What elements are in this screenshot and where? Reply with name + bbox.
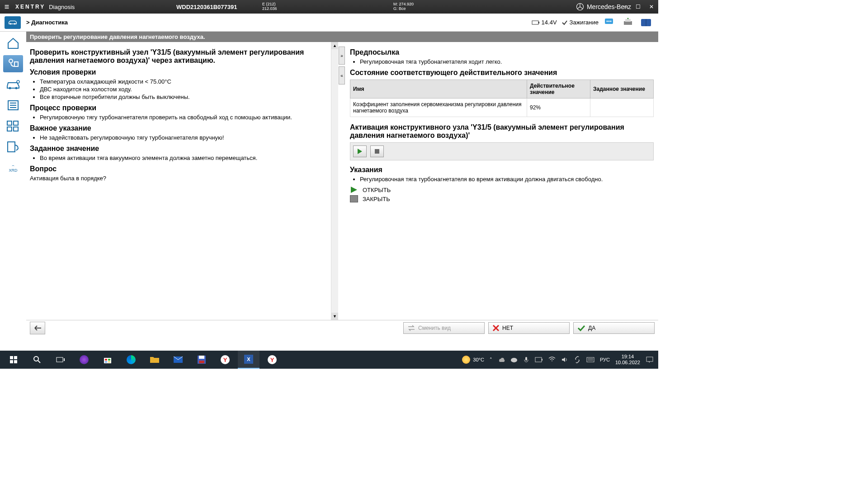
brand-xentry: XENTRY	[15, 4, 45, 10]
nav-diagnosis[interactable]	[3, 55, 23, 72]
svg-rect-39	[108, 361, 110, 362]
vin-label: WDD2120361B077391	[176, 4, 237, 10]
nav-vehicle-test[interactable]	[3, 76, 23, 93]
play-button[interactable]	[353, 145, 367, 157]
svg-point-2	[14, 23, 16, 24]
legend-close: ЗАКРЫТЬ	[350, 195, 654, 202]
minimize-button[interactable]: —	[618, 2, 631, 11]
check-green-icon	[577, 324, 585, 332]
grid-icon	[6, 120, 20, 132]
onedrive-icon[interactable]	[498, 356, 505, 363]
book-icon	[640, 18, 652, 27]
svg-point-1	[10, 23, 12, 24]
battery-voltage: 14.4V	[532, 19, 557, 26]
svg-point-31	[34, 357, 38, 361]
mic-icon[interactable]	[523, 356, 529, 363]
titlebar: ≡ XENTRY Diagnosis WDD2120361B077391 E (…	[0, 0, 658, 14]
tb-mail[interactable]	[167, 351, 189, 369]
svg-rect-37	[108, 359, 110, 361]
maximize-button[interactable]: ☐	[631, 2, 645, 11]
svg-point-15	[15, 87, 18, 89]
taskview-button[interactable]	[50, 351, 71, 369]
yes-button[interactable]: ДА	[573, 322, 655, 334]
svg-rect-26	[375, 149, 379, 154]
tray-chevron-icon[interactable]: ˄	[490, 357, 492, 363]
svg-rect-43	[199, 361, 204, 363]
th-name: Имя	[350, 80, 527, 99]
link-icon[interactable]	[574, 356, 581, 363]
tb-yandex-2[interactable]: Y	[261, 351, 283, 369]
volume-icon[interactable]	[561, 357, 568, 363]
left-scrollbar[interactable]: ▲ ▼	[331, 42, 338, 320]
stop-grey-icon	[350, 195, 358, 202]
heading-state: Состояние соответствующего действительно…	[350, 69, 654, 77]
store-icon	[103, 355, 112, 364]
cloud-icon[interactable]	[510, 356, 518, 363]
svg-rect-48	[587, 357, 594, 362]
breadcrumb-bar: > Диагностика 14.4V Зажигание	[0, 14, 658, 32]
switch-view-button[interactable]: Сменить вид	[403, 322, 485, 334]
weather-widget[interactable]: 30°C	[462, 356, 484, 364]
tb-yandex-1[interactable]: Y	[214, 351, 236, 369]
folder-icon	[150, 356, 160, 364]
svg-rect-46	[535, 357, 542, 362]
hamburger-menu[interactable]: ≡	[0, 2, 14, 12]
y-icon-2: Y	[268, 355, 277, 364]
nav-list[interactable]	[3, 97, 23, 114]
chat-button[interactable]	[603, 17, 617, 28]
expand-right-button[interactable]: »	[339, 47, 345, 65]
print-button[interactable]	[621, 17, 635, 28]
back-button[interactable]	[30, 322, 45, 334]
tb-app-1[interactable]	[73, 351, 95, 369]
keyboard-icon[interactable]	[586, 357, 594, 362]
expand-left-button[interactable]: «	[339, 66, 345, 84]
process-list: Регулировочную тягу турбонагнетателя про…	[30, 114, 327, 121]
battery-tray-icon[interactable]	[535, 357, 543, 363]
save-icon	[197, 355, 206, 364]
svg-rect-23	[7, 127, 12, 131]
tb-app-store[interactable]	[97, 351, 118, 369]
notifications-icon[interactable]	[646, 356, 654, 363]
svg-rect-3	[532, 21, 538, 24]
nav-grid[interactable]	[3, 117, 23, 135]
svg-point-16	[17, 80, 19, 83]
tb-edge[interactable]	[120, 351, 142, 369]
breadcrumb-text: > Диагностика	[26, 19, 68, 26]
tb-xentry[interactable]: X	[238, 351, 259, 369]
close-button[interactable]: ✕	[645, 2, 658, 11]
nav-home[interactable]	[3, 34, 23, 52]
no-button[interactable]: НЕТ	[488, 322, 570, 334]
car-icon	[8, 19, 18, 26]
scroll-up-icon[interactable]: ▲	[331, 42, 338, 49]
tb-app-5[interactable]	[191, 351, 212, 369]
language-indicator[interactable]: РУС	[600, 357, 610, 362]
search-button[interactable]	[26, 351, 48, 369]
svg-rect-21	[7, 121, 12, 125]
hints-list: Регулировочная тяга турбонагнетателя во …	[350, 176, 654, 183]
svg-rect-33	[57, 357, 63, 362]
note-list: Не задействовать регулировочную тягу тур…	[30, 134, 327, 141]
target-list: Во время активации тяга вакуумного элеме…	[30, 155, 327, 161]
conditions-list: Температура охлаждающей жидкости < 75.00…	[30, 78, 327, 100]
arrow-left-icon	[33, 324, 42, 332]
stop-button[interactable]	[370, 145, 384, 157]
svg-rect-27	[10, 356, 13, 359]
help-button[interactable]	[639, 17, 653, 28]
heading-note: Важное указание	[30, 124, 327, 132]
table-row: Коэффициент заполнения сервомеханизма ре…	[350, 99, 654, 117]
start-button[interactable]	[3, 351, 24, 369]
nav-xrd[interactable]: ⌢XRD	[3, 159, 23, 176]
nav-service[interactable]	[3, 138, 23, 155]
wifi-icon[interactable]	[548, 357, 556, 363]
svg-rect-30	[14, 360, 17, 363]
clock[interactable]: 19:14 10.06.2022	[615, 354, 640, 366]
stethoscope-icon	[6, 57, 20, 70]
scroll-down-icon[interactable]: ▼	[331, 313, 338, 320]
values-table: Имя Действительное значение Заданное зна…	[350, 80, 654, 117]
vehicle-button[interactable]	[5, 16, 21, 29]
car-scan-icon	[5, 79, 21, 90]
right-pane: Предпосылка Регулировочная тяга турбонаг…	[345, 42, 658, 320]
model-codes: E (212) 212.036	[262, 2, 277, 11]
tb-explorer[interactable]	[144, 351, 165, 369]
question-text: Активация была в порядке?	[30, 175, 327, 182]
